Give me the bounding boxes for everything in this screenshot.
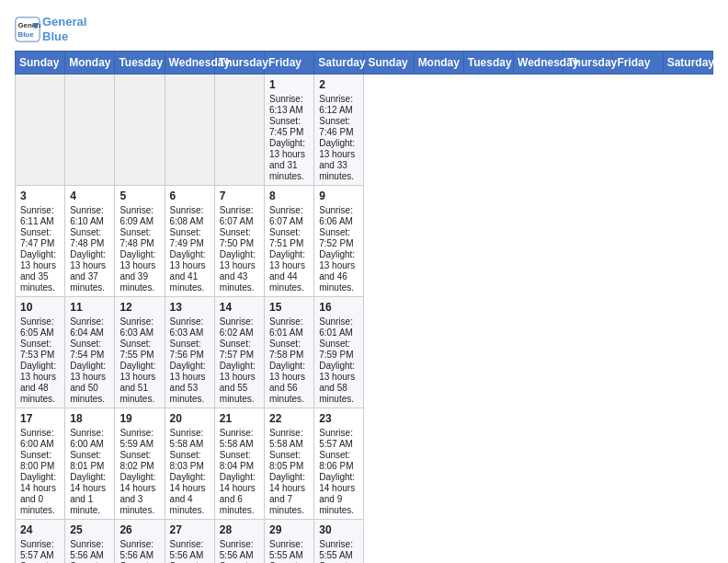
logo-text: GeneralBlue — [42, 15, 86, 43]
calendar-cell: 12Sunrise: 6:03 AM Sunset: 7:55 PM Dayli… — [115, 297, 165, 408]
calendar-cell: 11Sunrise: 6:04 AM Sunset: 7:54 PM Dayli… — [65, 297, 115, 408]
day-info: Sunrise: 6:03 AM Sunset: 7:56 PM Dayligh… — [170, 316, 206, 404]
day-info: Sunrise: 5:57 AM Sunset: 8:06 PM Dayligh… — [319, 428, 355, 515]
day-number: 30 — [319, 523, 358, 536]
day-number: 12 — [119, 301, 159, 314]
day-number: 17 — [20, 412, 60, 425]
day-number: 5 — [119, 190, 159, 202]
day-info: Sunrise: 6:00 AM Sunset: 8:00 PM Dayligh… — [20, 428, 56, 515]
day-header-wednesday: Wednesday — [165, 52, 214, 75]
day-info: Sunrise: 6:08 AM Sunset: 7:49 PM Dayligh… — [170, 205, 206, 293]
day-info: Sunrise: 6:03 AM Sunset: 7:55 PM Dayligh… — [119, 316, 155, 404]
calendar-cell: 9Sunrise: 6:06 AM Sunset: 7:52 PM Daylig… — [314, 186, 364, 297]
calendar-cell: 7Sunrise: 6:07 AM Sunset: 7:50 PM Daylig… — [214, 186, 264, 297]
calendar-cell: 17Sunrise: 6:00 AM Sunset: 8:00 PM Dayli… — [16, 408, 65, 520]
day-number: 23 — [319, 412, 358, 425]
calendar-cell — [115, 75, 165, 186]
day-number: 22 — [269, 412, 309, 425]
calendar-cell: 10Sunrise: 6:05 AM Sunset: 7:53 PM Dayli… — [16, 297, 65, 408]
day-number: 25 — [70, 523, 109, 536]
calendar-cell: 3Sunrise: 6:11 AM Sunset: 7:47 PM Daylig… — [16, 186, 65, 297]
day-number: 8 — [269, 190, 309, 202]
day-info: Sunrise: 6:02 AM Sunset: 7:57 PM Dayligh… — [220, 316, 256, 404]
calendar-cell: 8Sunrise: 6:07 AM Sunset: 7:51 PM Daylig… — [265, 186, 314, 297]
calendar-cell: 2Sunrise: 6:12 AM Sunset: 7:46 PM Daylig… — [314, 75, 364, 186]
day-number: 18 — [70, 412, 109, 425]
day-header-monday: Monday — [65, 52, 115, 75]
calendar-cell: 1Sunrise: 6:13 AM Sunset: 7:45 PM Daylig… — [265, 75, 314, 186]
day-number: 10 — [20, 301, 60, 314]
header-row: SundayMondayTuesdayWednesdayThursdayFrid… — [16, 52, 713, 75]
day-header-monday: Monday — [414, 52, 463, 75]
day-info: Sunrise: 6:04 AM Sunset: 7:54 PM Dayligh… — [70, 316, 106, 404]
day-info: Sunrise: 5:59 AM Sunset: 8:02 PM Dayligh… — [119, 428, 155, 515]
calendar-cell: 27Sunrise: 5:56 AM Sunset: 8:10 PM Dayli… — [165, 520, 214, 563]
calendar-cell: 19Sunrise: 5:59 AM Sunset: 8:02 PM Dayli… — [115, 408, 165, 520]
day-header-thursday: Thursday — [563, 52, 613, 75]
day-info: Sunrise: 6:07 AM Sunset: 7:50 PM Dayligh… — [220, 205, 256, 293]
day-info: Sunrise: 6:00 AM Sunset: 8:01 PM Dayligh… — [70, 428, 106, 515]
calendar-cell: 22Sunrise: 5:58 AM Sunset: 8:05 PM Dayli… — [265, 408, 314, 520]
day-info: Sunrise: 6:10 AM Sunset: 7:48 PM Dayligh… — [70, 205, 106, 293]
day-number: 15 — [269, 301, 309, 314]
calendar-table: SundayMondayTuesdayWednesdayThursdayFrid… — [15, 51, 713, 563]
day-header-saturday: Saturday — [314, 52, 364, 75]
day-number: 6 — [170, 190, 210, 202]
page-header: General Blue GeneralBlue — [15, 15, 713, 43]
day-header-wednesday: Wednesday — [514, 52, 563, 75]
day-number: 4 — [70, 190, 109, 202]
svg-text:Blue: Blue — [18, 29, 35, 38]
calendar-cell — [16, 75, 65, 186]
day-header-saturday: Saturday — [663, 52, 712, 75]
calendar-cell: 5Sunrise: 6:09 AM Sunset: 7:48 PM Daylig… — [115, 186, 165, 297]
calendar-cell: 4Sunrise: 6:10 AM Sunset: 7:48 PM Daylig… — [65, 186, 115, 297]
day-number: 2 — [319, 78, 358, 91]
week-row-1: 1Sunrise: 6:13 AM Sunset: 7:45 PM Daylig… — [16, 75, 713, 186]
day-number: 20 — [170, 412, 210, 425]
calendar-cell — [165, 75, 214, 186]
day-info: Sunrise: 5:57 AM Sunset: 8:07 PM Dayligh… — [20, 539, 56, 563]
day-info: Sunrise: 6:13 AM Sunset: 7:45 PM Dayligh… — [269, 94, 305, 181]
day-info: Sunrise: 6:09 AM Sunset: 7:48 PM Dayligh… — [119, 205, 155, 293]
day-header-sunday: Sunday — [364, 52, 414, 75]
calendar-cell: 6Sunrise: 6:08 AM Sunset: 7:49 PM Daylig… — [165, 186, 214, 297]
calendar-cell: 30Sunrise: 5:55 AM Sunset: 8:13 PM Dayli… — [314, 520, 364, 563]
logo: General Blue GeneralBlue — [15, 15, 86, 43]
day-info: Sunrise: 5:56 AM Sunset: 8:10 PM Dayligh… — [170, 539, 206, 563]
calendar-cell: 26Sunrise: 5:56 AM Sunset: 8:09 PM Dayli… — [115, 520, 165, 563]
calendar-cell: 28Sunrise: 5:56 AM Sunset: 8:11 PM Dayli… — [214, 520, 264, 563]
day-info: Sunrise: 6:06 AM Sunset: 7:52 PM Dayligh… — [319, 205, 355, 293]
calendar-cell: 21Sunrise: 5:58 AM Sunset: 8:04 PM Dayli… — [214, 408, 264, 520]
calendar-cell: 16Sunrise: 6:01 AM Sunset: 7:59 PM Dayli… — [314, 297, 364, 408]
week-row-5: 24Sunrise: 5:57 AM Sunset: 8:07 PM Dayli… — [16, 520, 713, 563]
day-number: 29 — [269, 523, 309, 536]
day-number: 3 — [20, 190, 60, 202]
day-header-thursday: Thursday — [214, 52, 264, 75]
day-info: Sunrise: 6:05 AM Sunset: 7:53 PM Dayligh… — [20, 316, 56, 404]
day-info: Sunrise: 5:58 AM Sunset: 8:03 PM Dayligh… — [170, 428, 206, 515]
day-info: Sunrise: 6:07 AM Sunset: 7:51 PM Dayligh… — [269, 205, 305, 293]
day-info: Sunrise: 5:55 AM Sunset: 8:12 PM Dayligh… — [269, 539, 305, 563]
day-number: 11 — [70, 301, 109, 314]
day-info: Sunrise: 6:11 AM Sunset: 7:47 PM Dayligh… — [20, 205, 56, 293]
day-info: Sunrise: 5:58 AM Sunset: 8:04 PM Dayligh… — [220, 428, 256, 515]
day-info: Sunrise: 5:56 AM Sunset: 8:09 PM Dayligh… — [119, 539, 155, 563]
calendar-cell: 13Sunrise: 6:03 AM Sunset: 7:56 PM Dayli… — [165, 297, 214, 408]
day-info: Sunrise: 6:01 AM Sunset: 7:59 PM Dayligh… — [319, 316, 355, 404]
logo-icon: General Blue — [15, 17, 40, 42]
day-info: Sunrise: 6:01 AM Sunset: 7:58 PM Dayligh… — [269, 316, 305, 404]
day-number: 27 — [170, 523, 210, 536]
day-number: 16 — [319, 301, 358, 314]
calendar-cell: 23Sunrise: 5:57 AM Sunset: 8:06 PM Dayli… — [314, 408, 364, 520]
calendar-cell: 25Sunrise: 5:56 AM Sunset: 8:08 PM Dayli… — [65, 520, 115, 563]
day-info: Sunrise: 5:56 AM Sunset: 8:08 PM Dayligh… — [70, 539, 106, 563]
day-header-sunday: Sunday — [16, 52, 65, 75]
day-number: 19 — [119, 412, 159, 425]
day-number: 13 — [170, 301, 210, 314]
calendar-cell: 24Sunrise: 5:57 AM Sunset: 8:07 PM Dayli… — [16, 520, 65, 563]
calendar-cell: 29Sunrise: 5:55 AM Sunset: 8:12 PM Dayli… — [265, 520, 314, 563]
day-header-friday: Friday — [613, 52, 663, 75]
calendar-cell — [65, 75, 115, 186]
day-number: 14 — [220, 301, 259, 314]
day-info: Sunrise: 5:55 AM Sunset: 8:13 PM Dayligh… — [319, 539, 355, 563]
